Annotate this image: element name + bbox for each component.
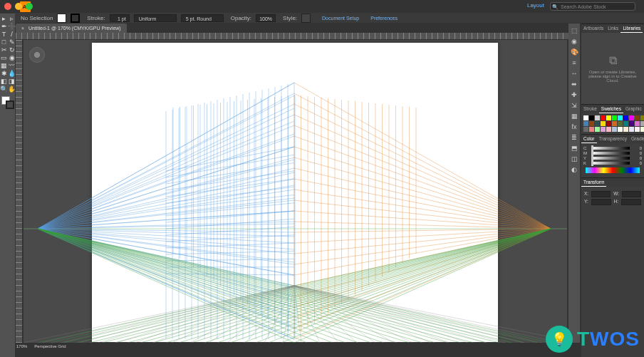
tab-graphic-styles[interactable]: Graphic Styles [623, 105, 644, 113]
swatch-8[interactable] [629, 115, 634, 120]
brush-dropdown[interactable]: 5 pt. Round [181, 14, 224, 22]
swatch-30[interactable] [629, 127, 634, 132]
y-slider[interactable] [591, 157, 630, 160]
swatch-26[interactable] [606, 127, 611, 132]
tab-stroke[interactable]: Stroke [581, 105, 599, 113]
search-input[interactable]: Search Adobe Stock [550, 2, 635, 11]
layout-link[interactable]: Layout [527, 2, 544, 9]
maximize-window-icon[interactable] [26, 3, 33, 10]
swatch-11[interactable] [583, 121, 588, 126]
tool-6[interactable]: □ [0, 38, 8, 46]
opacity-input[interactable]: 100% [256, 14, 276, 22]
style-dropdown[interactable] [301, 14, 311, 23]
tab-gradient[interactable]: Gradient [629, 135, 644, 143]
panel-icon-9[interactable]: fx [570, 123, 578, 131]
zoom-level[interactable]: 170% [16, 344, 27, 348]
swatch-14[interactable] [601, 121, 606, 126]
tool-7[interactable]: ✎ [8, 38, 16, 46]
stroke-swatch[interactable] [71, 14, 80, 23]
m-value[interactable]: 0 [632, 151, 642, 155]
swatch-22[interactable] [583, 127, 588, 132]
perspective-plane-widget[interactable] [29, 47, 45, 63]
close-window-icon[interactable] [4, 3, 11, 10]
tab-links[interactable]: Links [606, 24, 620, 33]
panel-icon-3[interactable]: ≡ [570, 58, 578, 67]
panel-icon-1[interactable]: ◉ [570, 37, 578, 46]
swatch-29[interactable] [623, 127, 628, 132]
tab-transparency[interactable]: Transparency [597, 135, 630, 143]
tool-2[interactable]: ✒ [0, 23, 8, 31]
swatch-18[interactable] [623, 121, 628, 126]
swatch-5[interactable] [612, 115, 617, 120]
fill-swatch[interactable] [57, 14, 66, 23]
tool-4[interactable]: T [0, 31, 8, 38]
swatch-17[interactable] [618, 121, 623, 126]
panel-icon-4[interactable]: ↔ [570, 69, 578, 78]
tab-swatches[interactable]: Swatches [599, 105, 623, 113]
stroke-color-icon[interactable] [6, 100, 14, 109]
swatch-31[interactable] [635, 127, 640, 132]
tool-3[interactable]: ➕ [8, 23, 16, 31]
swatch-21[interactable] [640, 121, 644, 126]
k-slider[interactable] [591, 162, 630, 165]
m-slider[interactable] [591, 152, 630, 155]
tool-19[interactable]: ✋ [8, 86, 16, 93]
tool-0[interactable]: ▸ [0, 15, 8, 23]
tab-artboards[interactable]: Artboards [581, 24, 606, 33]
preferences-link[interactable]: Preferences [370, 16, 398, 21]
swatch-16[interactable] [612, 121, 617, 126]
tab-transform[interactable]: Transform [581, 178, 606, 187]
y-input[interactable] [591, 199, 611, 205]
swatch-2[interactable] [595, 115, 600, 120]
panel-icon-7[interactable]: ⇲ [570, 101, 578, 110]
swatch-4[interactable] [606, 115, 611, 120]
swatch-3[interactable] [601, 115, 606, 120]
tool-14[interactable]: ✱ [0, 70, 8, 78]
tool-5[interactable]: / [8, 31, 16, 38]
swatch-10[interactable] [640, 115, 644, 120]
h-input[interactable] [621, 199, 641, 205]
panel-icon-11[interactable]: ⬒ [570, 144, 578, 152]
panel-icon-10[interactable]: ≣ [570, 133, 578, 142]
tool-1[interactable]: ▹ [8, 15, 16, 23]
tab-color[interactable]: Color [581, 135, 597, 143]
swatch-15[interactable] [606, 121, 611, 126]
close-tab-icon[interactable]: × [21, 26, 24, 31]
swatch-19[interactable] [629, 121, 634, 126]
swatch-24[interactable] [595, 127, 600, 132]
color-spectrum[interactable] [586, 167, 640, 173]
c-slider[interactable] [591, 147, 630, 150]
panel-icon-12[interactable]: ◫ [570, 155, 578, 163]
document-setup-link[interactable]: Document Setup [322, 16, 359, 21]
swatch-12[interactable] [589, 121, 594, 126]
minimize-window-icon[interactable] [15, 3, 22, 10]
tool-15[interactable]: 💧 [8, 70, 16, 78]
y-value[interactable]: 0 [632, 156, 642, 160]
tool-8[interactable]: ✂ [0, 46, 8, 54]
panel-icon-6[interactable]: ✚ [570, 90, 578, 99]
swatch-32[interactable] [640, 127, 644, 132]
swatch-25[interactable] [601, 127, 606, 132]
tab-libraries[interactable]: Libraries [620, 24, 643, 33]
stroke-profile-dropdown[interactable]: Uniform [134, 14, 177, 22]
stroke-weight-input[interactable]: 1 pt [110, 14, 130, 22]
swatch-20[interactable] [635, 121, 640, 126]
swatch-28[interactable] [618, 127, 623, 132]
k-value[interactable]: 0 [632, 161, 642, 165]
tool-12[interactable]: ▦ [0, 62, 8, 70]
x-input[interactable] [591, 191, 611, 197]
swatch-6[interactable] [618, 115, 623, 120]
tool-9[interactable]: ↻ [8, 46, 16, 54]
tool-17[interactable]: ◨ [8, 78, 16, 86]
tool-18[interactable]: 🔍 [0, 86, 8, 93]
panel-icon-0[interactable]: ⬚ [570, 26, 578, 35]
swatch-0[interactable] [583, 115, 588, 120]
tool-10[interactable]: ▭ [0, 54, 8, 62]
swatch-23[interactable] [589, 127, 594, 132]
w-input[interactable] [622, 191, 641, 197]
panel-icon-8[interactable]: ▦ [570, 112, 578, 120]
swatch-13[interactable] [595, 121, 600, 126]
swatch-9[interactable] [635, 115, 640, 120]
swatch-7[interactable] [623, 115, 628, 120]
c-value[interactable]: 0 [632, 146, 642, 150]
